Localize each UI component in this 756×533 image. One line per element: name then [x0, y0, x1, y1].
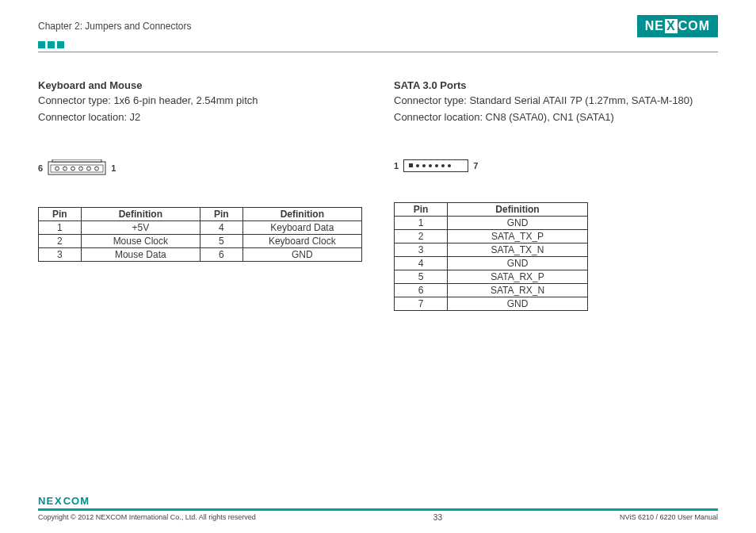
logo-part-left: NE [645, 19, 664, 33]
table-row: 4GND [395, 256, 588, 270]
logo-part-right: COM [678, 19, 710, 33]
sata-pin-label-7: 7 [473, 161, 478, 171]
svg-point-6 [79, 167, 83, 171]
manual-title: NViS 6210 / 6220 User Manual [620, 513, 718, 522]
table-row: 3 Mouse Data 6 GND [39, 247, 362, 261]
th-pin: Pin [39, 207, 82, 220]
copyright-text: Copyright © 2012 NEXCOM International Co… [38, 513, 256, 522]
km-connector-type: Connector type: 1x6 6-pin header, 2.54mm… [38, 93, 362, 109]
decorative-squares [38, 41, 718, 48]
table-row: 2 Mouse Clock 5 Keyboard Clock [39, 234, 362, 247]
table-row: 1GND [395, 216, 588, 229]
logo-part-mid: X [665, 19, 678, 33]
sata-connector-icon [403, 159, 468, 172]
km-pin-table: Pin Definition Pin Definition 1 +5V 4 Ke… [38, 207, 362, 262]
table-row: 1 +5V 4 Keyboard Data [39, 220, 362, 234]
sata-pin-table: Pin Definition 1GND 2SATA_TX_P 3SATA_TX_… [394, 202, 588, 311]
th-def: Definition [242, 207, 361, 220]
sata-diagram: 1 7 [394, 159, 718, 172]
section-keyboard-mouse: Keyboard and Mouse Connector type: 1x6 6… [38, 79, 362, 311]
chapter-title: Chapter 2: Jumpers and Connectors [38, 21, 191, 32]
page-footer: NEXCOM Copyright © 2012 NEXCOM Internati… [38, 495, 718, 522]
page-number: 33 [433, 513, 442, 522]
sata-connector-location: Connector location: CN8 (SATA0), CN1 (SA… [394, 109, 718, 126]
section-sata-ports: SATA 3.0 Ports Connector type: Standard … [394, 79, 718, 311]
table-row: 5SATA_RX_P [395, 270, 588, 283]
km-diagram: 6 1 [38, 159, 362, 177]
svg-rect-1 [52, 159, 101, 162]
km-title: Keyboard and Mouse [38, 79, 362, 91]
km-pin-label-1: 1 [111, 163, 116, 173]
svg-point-7 [87, 167, 91, 171]
table-row: 6SATA_RX_N [395, 283, 588, 297]
table-row: 2SATA_TX_P [395, 229, 588, 243]
sata-title: SATA 3.0 Ports [394, 79, 718, 91]
th-def: Definition [81, 207, 200, 220]
sata-connector-type: Connector type: Standard Serial ATAII 7P… [394, 93, 718, 109]
svg-point-4 [63, 167, 67, 171]
header-rule [38, 52, 718, 52]
table-row: 3SATA_TX_N [395, 243, 588, 256]
footer-rule [38, 508, 718, 511]
km-connector-icon [48, 159, 106, 177]
svg-point-8 [95, 167, 99, 171]
km-connector-location: Connector location: J2 [38, 109, 362, 126]
sata-pin-label-1: 1 [394, 161, 399, 171]
logo-bottom: NEXCOM [38, 495, 90, 507]
th-pin: Pin [200, 207, 242, 220]
km-pin-label-6: 6 [38, 163, 43, 173]
th-def: Definition [448, 202, 588, 216]
table-row: 7GND [395, 297, 588, 310]
svg-rect-0 [48, 162, 105, 174]
logo-top: NEXCOM [637, 15, 718, 37]
th-pin: Pin [395, 202, 448, 216]
svg-point-5 [71, 167, 75, 171]
svg-point-3 [55, 167, 59, 171]
